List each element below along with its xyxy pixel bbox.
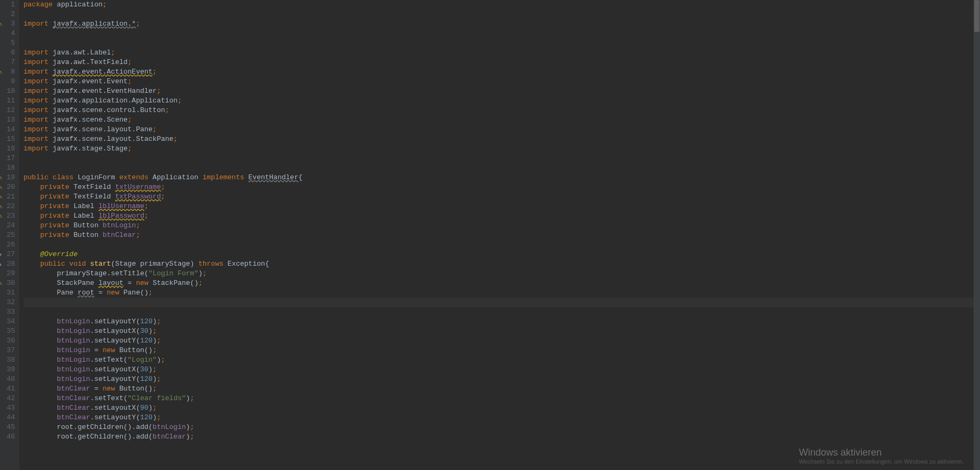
line-number[interactable]: 43 (0, 403, 15, 413)
code-line[interactable]: import java.awt.TextField; (23, 58, 980, 67)
code-line[interactable]: import java.awt.Label; (23, 48, 980, 58)
code-line[interactable]: import javafx.stage.Stage; (23, 144, 980, 154)
line-number[interactable]: 32 (0, 298, 15, 307)
line-number[interactable]: 2 (0, 10, 15, 19)
gutter-marker-icon[interactable] (0, 250, 2, 260)
line-number[interactable]: 45 (0, 423, 15, 432)
line-number[interactable]: 35 (0, 326, 15, 336)
warning-icon[interactable] (0, 278, 2, 289)
warning-icon[interactable] (0, 192, 2, 202)
code-line[interactable]: Pane root = new Pane(); (23, 288, 980, 298)
code-line[interactable] (23, 163, 980, 173)
line-number[interactable]: 25 (0, 230, 15, 240)
code-line[interactable]: public void start(Stage primaryStage) th… (23, 259, 980, 269)
code-line[interactable] (23, 38, 980, 48)
warning-icon[interactable] (0, 173, 2, 183)
line-number[interactable]: 18 (0, 163, 15, 173)
warning-icon[interactable] (0, 202, 2, 212)
warning-icon[interactable] (0, 67, 2, 77)
line-number[interactable]: 42 (0, 394, 15, 403)
code-line[interactable]: private Button btnClear; (23, 230, 980, 240)
line-number[interactable]: 44 (0, 413, 15, 423)
code-line[interactable]: private Label lblUsername; (23, 202, 980, 211)
override-icon[interactable] (0, 259, 2, 269)
code-line[interactable]: import javafx.event.ActionEvent; (23, 67, 980, 77)
code-line[interactable]: private Label lblPassword; (23, 211, 980, 221)
vertical-scrollbar[interactable] (974, 0, 980, 470)
code-line[interactable]: private Button btnLogin; (23, 221, 980, 230)
line-number[interactable]: 34 (0, 317, 15, 326)
code-line[interactable]: private TextField txtUsername; (23, 182, 980, 192)
code-line[interactable] (23, 307, 980, 317)
line-number[interactable]: 37 (0, 346, 15, 355)
gutter[interactable]: 1234567891011121314151617181920212223242… (0, 0, 19, 470)
line-number[interactable]: 27 (0, 250, 15, 259)
line-number[interactable]: 1 (0, 0, 15, 10)
code-line[interactable]: import javafx.application.*; (23, 19, 980, 29)
scrollbar-thumb[interactable] (974, 0, 979, 32)
line-number[interactable]: 3 (0, 19, 15, 29)
code-line[interactable]: import javafx.scene.Scene; (23, 115, 980, 125)
line-number[interactable]: 33 (0, 307, 15, 317)
code-line[interactable]: import javafx.scene.control.Button; (23, 106, 980, 115)
line-number[interactable]: 30 (0, 278, 15, 288)
code-line[interactable] (23, 29, 980, 38)
warning-icon[interactable] (0, 211, 2, 221)
code-line[interactable]: btnClear.setLayoutY(120); (23, 413, 980, 423)
line-number[interactable]: 26 (0, 240, 15, 250)
warning-icon[interactable] (0, 19, 2, 29)
line-number[interactable]: 23 (0, 211, 15, 221)
line-number[interactable]: 40 (0, 375, 15, 384)
code-line[interactable]: import javafx.application.Application; (23, 96, 980, 106)
line-number[interactable]: 24 (0, 221, 15, 230)
line-number[interactable]: 14 (0, 125, 15, 134)
line-number[interactable]: 7 (0, 58, 15, 67)
line-number[interactable]: 8 (0, 67, 15, 77)
line-number[interactable]: 46 (0, 432, 15, 442)
code-line[interactable]: package application; (23, 0, 980, 10)
code-line[interactable]: private TextField txtPassword; (23, 192, 980, 202)
code-line[interactable]: import javafx.scene.layout.Pane; (23, 125, 980, 134)
code-editor[interactable]: 1234567891011121314151617181920212223242… (0, 0, 980, 470)
code-line[interactable]: import javafx.event.EventHandler; (23, 86, 980, 96)
line-number[interactable]: 12 (0, 106, 15, 115)
line-number[interactable]: 13 (0, 115, 15, 125)
code-line[interactable]: root.getChildren().add(btnClear); (23, 432, 980, 442)
code-line[interactable]: StackPane layout = new StackPane(); (23, 278, 980, 288)
code-line[interactable] (23, 10, 980, 19)
line-number[interactable]: 16 (0, 144, 15, 154)
line-number[interactable]: 22 (0, 202, 15, 211)
code-line[interactable]: btnLogin.setText("Login"); (23, 355, 980, 365)
line-number[interactable]: 36 (0, 336, 15, 346)
line-number[interactable]: 19 (0, 173, 15, 182)
code-line[interactable] (23, 240, 980, 250)
line-number[interactable]: 5 (0, 38, 15, 48)
line-number[interactable]: 28 (0, 259, 15, 269)
code-line[interactable]: btnLogin = new Button(); (23, 346, 980, 355)
code-line[interactable]: btnClear.setText("Clear fields"); (23, 394, 980, 403)
code-line[interactable] (23, 298, 980, 307)
line-number[interactable]: 20 (0, 182, 15, 192)
code-line[interactable] (23, 154, 980, 163)
code-line[interactable]: import javafx.scene.layout.StackPane; (23, 134, 980, 144)
code-line[interactable]: btnClear.setLayoutX(90); (23, 403, 980, 413)
code-line[interactable]: root.getChildren().add(btnLogin); (23, 423, 980, 432)
code-line[interactable]: btnClear = new Button(); (23, 384, 980, 394)
code-line[interactable]: public class LoginForm extends Applicati… (23, 173, 980, 182)
code-area[interactable]: package application;import javafx.applic… (19, 0, 980, 470)
line-number[interactable]: 29 (0, 269, 15, 278)
line-number[interactable]: 15 (0, 134, 15, 144)
line-number[interactable]: 21 (0, 192, 15, 202)
warning-icon[interactable] (0, 182, 2, 193)
code-line[interactable]: btnLogin.setLayoutX(30); (23, 326, 980, 336)
line-number[interactable]: 17 (0, 154, 15, 163)
line-number[interactable]: 9 (0, 77, 15, 86)
code-line[interactable]: btnLogin.setLayoutY(120); (23, 375, 980, 384)
code-line[interactable]: btnLogin.setLayoutY(120); (23, 317, 980, 326)
code-line[interactable]: btnLogin.setLayoutY(120); (23, 336, 980, 346)
code-line[interactable]: import javafx.event.Event; (23, 77, 980, 86)
line-number[interactable]: 4 (0, 29, 15, 38)
line-number[interactable]: 39 (0, 365, 15, 375)
line-number[interactable]: 10 (0, 86, 15, 96)
line-number[interactable]: 38 (0, 355, 15, 365)
